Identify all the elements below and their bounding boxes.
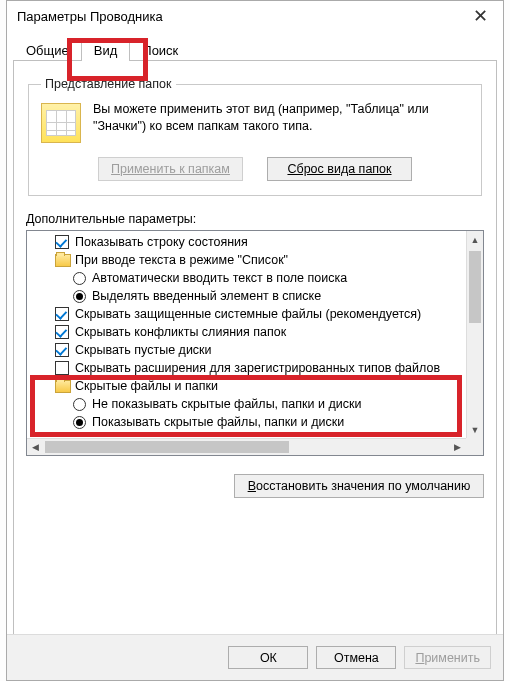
advanced-settings-tree[interactable]: Показывать строку состояния При вводе те… <box>26 230 484 456</box>
vertical-scrollbar[interactable]: ▲ ▼ <box>466 231 483 438</box>
group-description: Вы можете применить этот вид (например, … <box>93 101 469 135</box>
tree-item[interactable]: Выделять введенный элемент в списке <box>33 287 479 305</box>
close-icon[interactable]: ✕ <box>465 1 495 31</box>
scroll-thumb[interactable] <box>45 441 289 453</box>
tree-item[interactable]: Скрытые файлы и папки <box>33 377 479 395</box>
tab-view[interactable]: Вид <box>81 39 131 61</box>
cancel-button[interactable]: Отмена <box>316 646 396 669</box>
ok-button[interactable]: ОК <box>228 646 308 669</box>
tree-item[interactable]: Автоматически вводить текст в поле поиск… <box>33 269 479 287</box>
horizontal-scrollbar[interactable]: ◀ ▶ <box>27 438 483 455</box>
tree-item[interactable]: Скрывать расширения для зарегистрированн… <box>33 359 479 377</box>
tab-strip: Общие Вид Поиск <box>7 35 503 61</box>
scroll-down-icon[interactable]: ▼ <box>467 421 483 438</box>
radio-icon[interactable] <box>73 416 86 429</box>
dialog-footer: ОК Отмена Применить <box>7 634 503 680</box>
tree-item[interactable]: При вводе текста в режиме "Список" <box>33 251 479 269</box>
dialog-window: Параметры Проводника ✕ Общие Вид Поиск П… <box>6 0 504 681</box>
radio-icon[interactable] <box>73 272 86 285</box>
checkbox-icon[interactable] <box>55 307 69 321</box>
restore-label: осстановить значения по умолчанию <box>256 479 470 493</box>
dialog-title: Параметры Проводника <box>17 9 163 24</box>
apply-button: Применить <box>404 646 491 669</box>
tab-search[interactable]: Поиск <box>129 39 191 61</box>
checkbox-icon[interactable] <box>55 235 69 249</box>
reset-folder-view-button[interactable]: Сброс вида папок <box>267 157 412 181</box>
tab-panel-view: Представление папок Вы можете применить … <box>13 60 497 638</box>
folder-icon <box>55 380 71 393</box>
group-folder-view: Представление папок Вы можете применить … <box>28 77 482 196</box>
advanced-label: Дополнительные параметры: <box>26 212 484 226</box>
scroll-right-icon[interactable]: ▶ <box>449 439 466 455</box>
group-title: Представление папок <box>41 77 176 91</box>
tab-general[interactable]: Общие <box>13 39 82 61</box>
tree-item[interactable]: Показывать строку состояния <box>33 233 479 251</box>
titlebar: Параметры Проводника ✕ <box>7 1 503 31</box>
radio-icon[interactable] <box>73 398 86 411</box>
folder-icon <box>55 254 71 267</box>
scroll-up-icon[interactable]: ▲ <box>467 231 483 248</box>
tree-item[interactable]: Показывать скрытые файлы, папки и диски <box>33 413 479 431</box>
scroll-left-icon[interactable]: ◀ <box>27 439 44 455</box>
radio-icon[interactable] <box>73 290 86 303</box>
checkbox-icon[interactable] <box>55 361 69 375</box>
folder-view-icon <box>41 103 81 143</box>
apply-to-folders-button: Применить к папкам <box>98 157 243 181</box>
tree-item[interactable]: Скрывать пустые диски <box>33 341 479 359</box>
scroll-corner <box>466 438 483 455</box>
tree-item[interactable]: Скрывать защищенные системные файлы (рек… <box>33 305 479 323</box>
checkbox-icon[interactable] <box>55 343 69 357</box>
scroll-thumb[interactable] <box>469 251 481 323</box>
tree-item[interactable]: Не показывать скрытые файлы, папки и дис… <box>33 395 479 413</box>
restore-defaults-button[interactable]: Восстановить значения по умолчанию <box>234 474 484 498</box>
checkbox-icon[interactable] <box>55 325 69 339</box>
tree-item[interactable]: Скрывать конфликты слияния папок <box>33 323 479 341</box>
